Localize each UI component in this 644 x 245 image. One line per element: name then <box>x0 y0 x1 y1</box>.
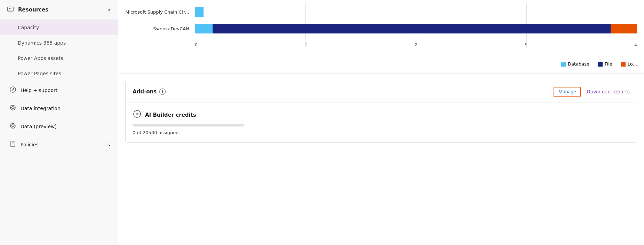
addons-title: Add-ons i <box>133 89 166 95</box>
legend-file: File <box>598 61 612 67</box>
sidebar-item-dynamics365-label: Dynamics 365 apps <box>18 40 66 46</box>
bar-log-swenka <box>611 24 637 33</box>
resources-icon <box>7 6 14 14</box>
sidebar-item-capacity-label: Capacity <box>18 25 39 30</box>
sidebar-item-help[interactable]: Help + support <box>0 81 118 99</box>
bar-database-supply-chain <box>195 7 204 17</box>
ai-builder-progress-bar <box>133 124 244 127</box>
legend-file-dot <box>598 62 603 67</box>
xaxis-2: 2 <box>415 43 418 47</box>
chart-section: Microsoft Supply Chain Ctr... SwenkaDevC… <box>118 0 644 74</box>
legend-log: Lo... <box>621 61 637 67</box>
download-reports-link[interactable]: Download reports <box>587 89 630 94</box>
manage-button[interactable]: Manage <box>554 87 581 97</box>
xaxis-0: 0 <box>195 43 198 47</box>
sidebar-item-policies[interactable]: Policies ∨ <box>0 136 118 154</box>
chart-row-swenka: SwenkaDevCAN <box>125 24 637 33</box>
xaxis-4: 4 <box>634 43 637 47</box>
sidebar-resources-item[interactable]: Resources ∧ <box>0 0 118 20</box>
legend-database: Database <box>561 61 589 67</box>
sidebar-item-help-label: Help + support <box>21 87 57 93</box>
chart-label-swenka: SwenkaDevCAN <box>125 26 195 31</box>
sidebar-resources-label: Resources <box>18 7 48 13</box>
ai-builder-name: AI Builder credits <box>133 109 630 120</box>
data-preview-icon <box>9 122 16 131</box>
sidebar-item-powerpages-label: Power Pages sites <box>18 71 61 76</box>
svg-point-11 <box>12 125 14 127</box>
svg-rect-1 <box>9 8 10 9</box>
sidebar-item-capacity[interactable]: Capacity <box>0 20 118 35</box>
legend-database-dot <box>561 62 566 67</box>
legend-log-dot <box>621 62 626 67</box>
data-integration-icon <box>9 104 16 113</box>
bar-file-swenka <box>213 24 611 33</box>
help-icon <box>9 86 16 94</box>
sidebar-item-data-preview[interactable]: Data (preview) <box>0 117 118 136</box>
ai-builder-label: AI Builder credits <box>145 112 196 118</box>
chart-row-supply-chain: Microsoft Supply Chain Ctr... <box>125 7 637 17</box>
main-content: Microsoft Supply Chain Ctr... SwenkaDevC… <box>118 0 644 245</box>
sidebar-item-powerpages[interactable]: Power Pages sites <box>0 66 118 81</box>
policies-chevron-icon: ∨ <box>108 142 111 147</box>
sidebar-item-dynamics365[interactable]: Dynamics 365 apps <box>0 35 118 51</box>
addons-actions: Manage Download reports <box>554 87 630 97</box>
sidebar: Resources ∧ Capacity Dynamics 365 apps P… <box>0 0 118 245</box>
svg-point-5 <box>12 107 14 109</box>
xaxis-3: 3 <box>524 43 527 47</box>
svg-point-21 <box>136 113 138 115</box>
addons-section: Add-ons i Manage Download reports <box>125 81 637 143</box>
ai-builder-icon <box>133 109 142 120</box>
policies-icon <box>9 140 16 149</box>
addons-info-icon[interactable]: i <box>159 89 166 95</box>
addons-title-text: Add-ons <box>133 89 157 95</box>
legend-database-label: Database <box>568 61 589 67</box>
sidebar-item-data-integration-label: Data integration <box>21 106 61 111</box>
ai-builder-item: AI Builder credits 0 of 20500 assigned <box>133 109 630 135</box>
legend-file-label: File <box>605 61 612 67</box>
addons-header: Add-ons i Manage Download reports <box>126 81 637 102</box>
sidebar-item-policies-label: Policies <box>21 142 39 147</box>
sidebar-item-data-integration[interactable]: Data integration <box>0 99 118 117</box>
chart-label-supply-chain: Microsoft Supply Chain Ctr... <box>125 9 195 15</box>
sidebar-item-data-preview-label: Data (preview) <box>21 124 57 129</box>
sidebar-item-powerapps-label: Power Apps assets <box>18 55 63 61</box>
chart-legend: Database File Lo... <box>125 58 637 67</box>
bar-database-swenka <box>195 24 213 33</box>
addons-body: AI Builder credits 0 of 20500 assigned <box>126 102 637 142</box>
sidebar-item-powerapps[interactable]: Power Apps assets <box>0 51 118 66</box>
svg-rect-0 <box>8 7 13 11</box>
resources-chevron-icon: ∧ <box>108 7 111 12</box>
chart-bar-supply-chain <box>195 7 637 17</box>
chart-bar-swenka <box>195 24 637 33</box>
xaxis-1: 1 <box>305 43 308 47</box>
sidebar-nav: Capacity Dynamics 365 apps Power Apps as… <box>0 20 118 154</box>
legend-log-label: Lo... <box>628 61 637 67</box>
ai-builder-stats: 0 of 20500 assigned <box>133 130 630 135</box>
